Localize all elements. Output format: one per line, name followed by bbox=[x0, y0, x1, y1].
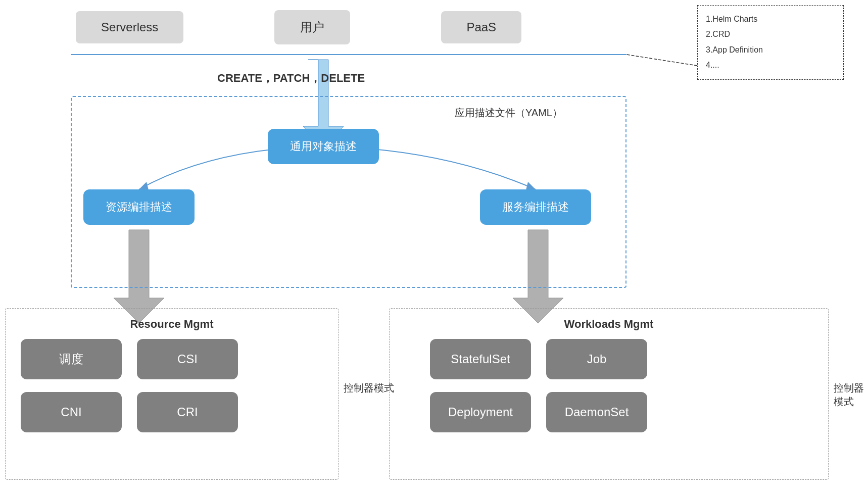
note-item-3: 3.App Definition bbox=[706, 42, 835, 58]
note-box: 1.Helm Charts 2.CRD 3.App Definition 4..… bbox=[697, 5, 844, 80]
resource-item-1: CSI bbox=[137, 339, 238, 379]
user-box: 用户 bbox=[274, 10, 350, 44]
diagram-container: Serverless 用户 PaaS CREATE，PATCH，DELETE 1… bbox=[0, 0, 868, 495]
note-item-2: 2.CRD bbox=[706, 27, 835, 42]
workloads-item-3: DaemonSet bbox=[546, 392, 647, 432]
workloads-item-2: Deployment bbox=[430, 392, 531, 432]
workloads-controller-label: 控制器模式 bbox=[834, 381, 868, 409]
note-item-4: 4.... bbox=[706, 58, 835, 73]
action-label: CREATE，PATCH，DELETE bbox=[217, 71, 365, 86]
resource-item-0: 调度 bbox=[21, 339, 122, 379]
serverless-box: Serverless bbox=[76, 11, 183, 43]
resource-grid: 调度 CSI CNI CRI bbox=[21, 339, 238, 432]
resource-mgmt-title: Resource Mgmt bbox=[6, 318, 338, 331]
left-orchestration-box: 资源编排描述 bbox=[83, 189, 195, 225]
resource-controller-label: 控制器模式 bbox=[344, 381, 394, 395]
workloads-grid: StatefulSet Job Deployment DaemonSet bbox=[430, 339, 647, 432]
resource-item-3: CRI bbox=[137, 392, 238, 432]
workloads-item-0: StatefulSet bbox=[430, 339, 531, 379]
top-boxes-container: Serverless 用户 PaaS bbox=[76, 10, 521, 44]
workloads-mgmt-box: Workloads Mgmt StatefulSet Job Deploymen… bbox=[389, 308, 829, 480]
center-box: 通用对象描述 bbox=[268, 129, 379, 164]
right-orchestration-box: 服务编排描述 bbox=[480, 189, 591, 225]
workloads-item-1: Job bbox=[546, 339, 647, 379]
workloads-mgmt-title: Workloads Mgmt bbox=[390, 318, 828, 331]
svg-line-6 bbox=[626, 55, 697, 66]
note-item-1: 1.Helm Charts bbox=[706, 12, 835, 27]
resource-mgmt-box: Resource Mgmt 调度 CSI CNI CRI bbox=[5, 308, 339, 480]
app-desc-label: 应用描述文件（YAML） bbox=[455, 106, 562, 120]
paas-box: PaaS bbox=[441, 11, 521, 43]
resource-item-2: CNI bbox=[21, 392, 122, 432]
